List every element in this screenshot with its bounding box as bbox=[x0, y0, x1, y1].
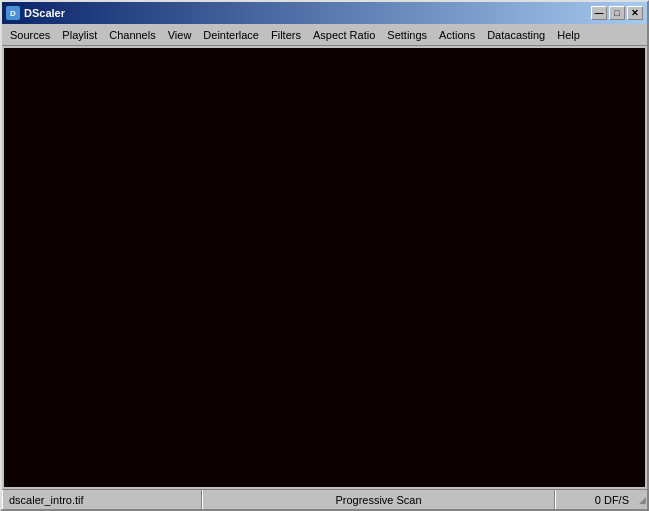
menu-item-view[interactable]: View bbox=[162, 27, 198, 43]
menu-item-sources[interactable]: Sources bbox=[4, 27, 56, 43]
menu-item-datacasting[interactable]: Datacasting bbox=[481, 27, 551, 43]
menu-item-help[interactable]: Help bbox=[551, 27, 586, 43]
resize-grip[interactable] bbox=[635, 494, 647, 506]
title-bar: D DScaler — □ ✕ bbox=[2, 2, 647, 24]
app-icon: D bbox=[6, 6, 20, 20]
menu-item-filters[interactable]: Filters bbox=[265, 27, 307, 43]
menu-item-deinterlace[interactable]: Deinterlace bbox=[197, 27, 265, 43]
menu-item-aspect-ratio[interactable]: Aspect Ratio bbox=[307, 27, 381, 43]
menu-item-channels[interactable]: Channels bbox=[103, 27, 161, 43]
video-area bbox=[4, 48, 645, 487]
menu-bar: SourcesPlaylistChannelsViewDeinterlaceFi… bbox=[2, 24, 647, 46]
close-button[interactable]: ✕ bbox=[627, 6, 643, 20]
minimize-button[interactable]: — bbox=[591, 6, 607, 20]
app-window: D DScaler — □ ✕ SourcesPlaylistChannelsV… bbox=[0, 0, 649, 511]
title-bar-left: D DScaler bbox=[6, 6, 65, 20]
status-mode: Progressive Scan bbox=[202, 490, 555, 509]
status-filename: dscaler_intro.tif bbox=[2, 490, 202, 509]
status-bar: dscaler_intro.tif Progressive Scan 0 DF/… bbox=[2, 489, 647, 509]
title-bar-buttons: — □ ✕ bbox=[591, 6, 643, 20]
menu-item-actions[interactable]: Actions bbox=[433, 27, 481, 43]
menu-item-playlist[interactable]: Playlist bbox=[56, 27, 103, 43]
title-text: DScaler bbox=[24, 7, 65, 19]
status-fps: 0 DF/S bbox=[555, 490, 635, 509]
maximize-button[interactable]: □ bbox=[609, 6, 625, 20]
menu-item-settings[interactable]: Settings bbox=[381, 27, 433, 43]
